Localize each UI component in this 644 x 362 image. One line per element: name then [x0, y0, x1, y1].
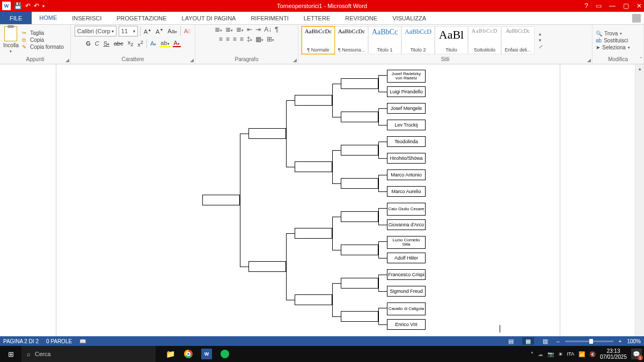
qat-customize-icon[interactable]: ▾ — [42, 4, 45, 9]
style-card[interactable]: AaBbCcDTitolo 2 — [401, 26, 435, 54]
wifi-icon[interactable]: 📶 — [579, 351, 585, 357]
minimize-icon[interactable]: — — [609, 2, 616, 10]
scrollbar-up-icon[interactable]: ▴ — [635, 64, 644, 73]
notifications-icon[interactable]: 💬1 — [631, 349, 642, 359]
zoom-slider[interactable] — [565, 341, 613, 342]
text-effects-button[interactable]: A▾ — [149, 40, 157, 47]
document-page[interactable]: Josef Radetzky von RadetzLuigi Pirandell… — [56, 64, 560, 352]
volume-icon[interactable]: 🔇 — [589, 351, 596, 357]
italic-button[interactable]: C — [94, 40, 100, 47]
font-launcher-icon[interactable]: ◢ — [190, 57, 194, 63]
tab-references[interactable]: RIFERIMENTI — [243, 12, 296, 24]
zoom-level[interactable]: 100% — [627, 338, 641, 344]
undo-icon[interactable]: ↶ — [25, 2, 31, 10]
tab-insert[interactable]: INSERISCI — [64, 12, 109, 24]
onedrive-icon[interactable]: ☁ — [538, 351, 543, 357]
copy-button[interactable]: ⧉Copia — [22, 37, 64, 43]
sort-button[interactable]: A↓ — [264, 26, 272, 33]
align-right-button[interactable]: ≡ — [233, 35, 237, 43]
tab-review[interactable]: REVISIONE — [338, 12, 385, 24]
justify-button[interactable]: ≡ — [240, 35, 244, 43]
bullets-button[interactable]: ≣▾ — [215, 26, 222, 33]
style-card[interactable]: AaBbCcTitolo 1 — [368, 26, 401, 54]
spotify-taskbar-icon[interactable] — [216, 346, 234, 362]
styles-scroll-up-icon[interactable]: ▴ — [539, 31, 543, 36]
language-icon[interactable]: ITA — [567, 351, 574, 357]
web-layout-button[interactable]: ▥ — [539, 337, 551, 345]
meet-now-icon[interactable]: 📷 — [547, 351, 554, 357]
highlight-button[interactable]: ab▾ — [159, 40, 170, 47]
styles-scroll-down-icon[interactable]: ▾ — [539, 38, 543, 43]
read-mode-button[interactable]: ▤ — [505, 337, 517, 345]
clear-format-button[interactable]: A⃠ — [183, 28, 191, 34]
taskbar-search[interactable]: ⌕ Cerca — [21, 346, 156, 362]
redo-icon[interactable]: ↷ — [34, 2, 39, 10]
paragraph-launcher-icon[interactable]: ◢ — [293, 57, 297, 63]
tray-expand-icon[interactable]: ˄ — [531, 351, 533, 357]
font-name-combo[interactable]: Calibri (Corp▾ — [75, 26, 116, 36]
multilevel-button[interactable]: ≣▾ — [236, 26, 244, 33]
show-marks-button[interactable]: ¶ — [275, 26, 278, 33]
style-card[interactable]: AaBbCcDc¶ Nessuna... — [335, 26, 368, 54]
word-taskbar-icon[interactable]: W — [197, 346, 216, 362]
align-left-button[interactable]: ≡ — [219, 35, 223, 43]
tab-layout[interactable]: LAYOUT DI PAGINA — [174, 12, 244, 24]
document-area[interactable]: ▴ Josef Radetzky von RadetzLuigi Pirande… — [0, 64, 644, 352]
shrink-font-button[interactable]: A▼ — [155, 28, 164, 35]
start-button[interactable]: ⊞ — [0, 346, 21, 362]
styles-gallery[interactable]: AaBbCcDc¶ NormaleAaBbCcDc¶ Nessuna...AaB… — [302, 26, 535, 54]
copy-icon: ⧉ — [22, 37, 28, 43]
indent-decrease-button[interactable]: ⇤ — [247, 26, 252, 33]
align-center-button[interactable]: ≡ — [226, 35, 230, 43]
help-icon[interactable]: ? — [584, 2, 588, 10]
weather-icon[interactable]: ☀ — [558, 351, 563, 357]
style-card[interactable]: AaBbCcDSottotitolo — [468, 26, 501, 54]
tab-mailings[interactable]: LETTERE — [296, 12, 338, 24]
page-indicator[interactable]: PAGINA 2 DI 2 — [3, 338, 39, 344]
bold-button[interactable]: G — [85, 40, 92, 47]
clock[interactable]: 23:13 07/01/2025 — [600, 348, 627, 360]
close-icon[interactable]: ✕ — [636, 2, 642, 10]
shading-button[interactable]: ▦▾ — [255, 35, 264, 43]
tab-design[interactable]: PROGETTAZIONE — [109, 12, 174, 24]
ribbon-options-icon[interactable]: ▭ — [596, 2, 602, 10]
superscript-button[interactable]: x2 — [136, 40, 144, 48]
tab-view[interactable]: VISUALIZZA — [385, 12, 434, 24]
zoom-out-button[interactable]: – — [557, 338, 560, 344]
style-card[interactable]: AaBbCcDcEnfasi deli... — [501, 26, 535, 54]
clipboard-launcher-icon[interactable]: ◢ — [65, 57, 69, 63]
replace-button[interactable]: abSostituisci — [596, 38, 630, 43]
indent-increase-button[interactable]: ⇥ — [255, 26, 261, 33]
style-card[interactable]: AaBlTitolo — [435, 26, 468, 54]
numbering-button[interactable]: ≣▾ — [225, 26, 233, 33]
underline-button[interactable]: S▾ — [103, 40, 111, 47]
word-count[interactable]: 0 PAROLE — [46, 338, 72, 344]
change-case-button[interactable]: Aa▾ — [166, 28, 178, 34]
tab-home[interactable]: HOME — [32, 12, 64, 24]
restore-icon[interactable]: ▢ — [623, 2, 629, 10]
account-signin[interactable] — [629, 12, 644, 24]
save-icon[interactable]: 💾 — [14, 2, 22, 10]
find-button[interactable]: 🔍Trova▾ — [596, 31, 630, 36]
paste-button[interactable]: Incolla ▾ — [3, 26, 19, 54]
styles-expand-icon[interactable]: ⤢ — [539, 44, 543, 49]
select-button[interactable]: ➤Seleziona▾ — [596, 45, 630, 50]
font-size-combo[interactable]: 11▾ — [119, 26, 138, 36]
format-painter-button[interactable]: ✎Copia formato — [22, 44, 64, 50]
collapse-ribbon-icon[interactable]: ˆ — [640, 57, 642, 63]
grow-font-button[interactable]: A▲ — [143, 28, 152, 35]
explorer-taskbar-icon[interactable]: 📁 — [161, 346, 179, 362]
subscript-button[interactable]: x2 — [127, 39, 135, 47]
cut-button[interactable]: ✂Taglia — [22, 30, 64, 36]
style-card[interactable]: AaBbCcDc¶ Normale — [302, 26, 335, 54]
line-spacing-button[interactable]: ‡▾ — [247, 35, 253, 43]
font-color-button[interactable]: A▾ — [173, 40, 181, 47]
borders-button[interactable]: ⊞▾ — [267, 35, 274, 43]
strike-button[interactable]: abc — [113, 40, 125, 47]
proofing-icon[interactable]: 📖 — [79, 338, 86, 344]
zoom-in-button[interactable]: + — [619, 338, 622, 344]
chrome-taskbar-icon[interactable] — [179, 346, 197, 362]
tab-file[interactable]: FILE — [0, 12, 32, 24]
styles-launcher-icon[interactable]: ◢ — [587, 57, 591, 63]
print-layout-button[interactable]: ▦ — [522, 337, 534, 345]
